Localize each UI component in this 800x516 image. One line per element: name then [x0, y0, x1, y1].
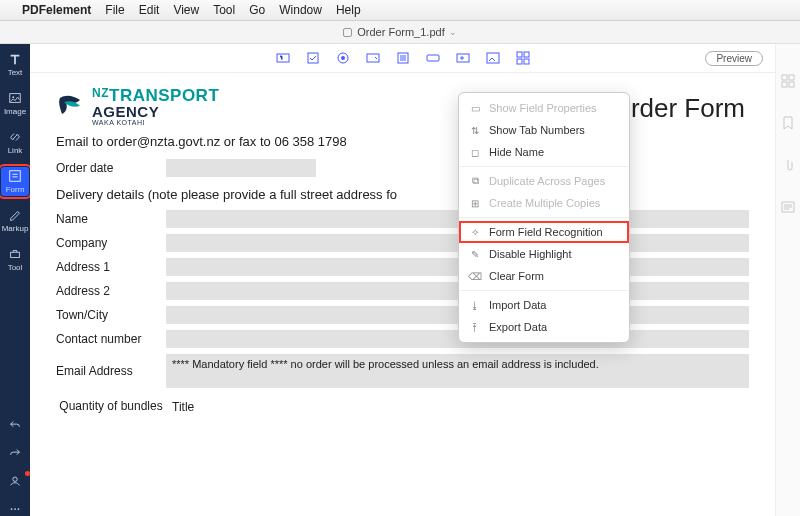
svg-rect-12 — [367, 54, 379, 62]
highlight-icon: ✎ — [469, 248, 481, 260]
main-area: Preview NZTRANSPORT AGENCY WAKA KOTAHI O… — [30, 44, 775, 516]
company-label: Company — [56, 236, 166, 250]
menu-view[interactable]: View — [173, 3, 199, 17]
user-icon — [8, 474, 22, 488]
qty-column-header: Quantity of bundles — [56, 400, 166, 414]
menu-export-data[interactable]: ⭱Export Data — [459, 316, 629, 338]
account-button[interactable] — [1, 472, 29, 490]
attachment-panel-icon[interactable] — [781, 158, 795, 172]
checkbox-tool-icon[interactable] — [305, 50, 321, 66]
address1-label: Address 1 — [56, 260, 166, 274]
svg-rect-18 — [524, 52, 529, 57]
page-title: Order Form — [611, 93, 745, 124]
svg-rect-2 — [10, 171, 21, 182]
textfield-tool-icon[interactable] — [275, 50, 291, 66]
name-label: Name — [56, 212, 166, 226]
svg-rect-19 — [517, 59, 522, 64]
form-toolbar: Preview — [30, 44, 775, 73]
mandatory-note: **** Mandatory field **** no order will … — [166, 354, 749, 374]
menu-import-data[interactable]: ⭳Import Data — [459, 294, 629, 316]
tool-link[interactable]: Link — [1, 128, 29, 157]
svg-rect-21 — [782, 75, 787, 80]
redo-button[interactable] — [1, 444, 29, 462]
chevron-down-icon[interactable]: ⌄ — [449, 27, 457, 37]
more-tools-icon[interactable] — [515, 50, 531, 66]
tool-image[interactable]: Image — [1, 89, 29, 118]
toolbox-icon — [8, 247, 22, 261]
radio-tool-icon[interactable] — [335, 50, 351, 66]
town-label: Town/City — [56, 308, 166, 322]
menu-tool[interactable]: Tool — [213, 3, 235, 17]
thumbnail-panel-icon[interactable] — [781, 74, 795, 88]
hide-icon: ◻ — [469, 146, 481, 158]
svg-rect-14 — [427, 55, 439, 61]
form-icon — [8, 169, 22, 183]
order-date-field[interactable] — [166, 159, 316, 177]
menu-edit[interactable]: Edit — [139, 3, 160, 17]
svg-rect-24 — [789, 82, 794, 87]
pdf-page: NZTRANSPORT AGENCY WAKA KOTAHI Order For… — [30, 73, 775, 516]
svg-rect-23 — [782, 82, 787, 87]
address2-label: Address 2 — [56, 284, 166, 298]
tool-form[interactable]: Form — [1, 167, 29, 196]
menu-window[interactable]: Window — [279, 3, 322, 17]
left-toolbar: Text Image Link Form Markup Tool — [0, 44, 30, 516]
document-icon — [343, 28, 352, 37]
properties-icon: ▭ — [469, 102, 481, 114]
bookmark-panel-icon[interactable] — [781, 116, 795, 130]
form-context-menu: ▭Show Field Properties ⇅Show Tab Numbers… — [458, 92, 630, 343]
tool-markup[interactable]: Markup — [1, 206, 29, 235]
contact-label: Contact number — [56, 332, 166, 346]
text-icon — [8, 52, 22, 66]
markup-icon — [8, 208, 22, 222]
svg-point-5 — [11, 508, 13, 510]
image-icon — [8, 91, 22, 105]
signature-tool-icon[interactable] — [455, 50, 471, 66]
link-icon — [8, 130, 22, 144]
menu-go[interactable]: Go — [249, 3, 265, 17]
image-field-tool-icon[interactable] — [485, 50, 501, 66]
menu-show-tab-numbers[interactable]: ⇅Show Tab Numbers — [459, 119, 629, 141]
menu-disable-highlight[interactable]: ✎Disable Highlight — [459, 243, 629, 265]
menu-file[interactable]: File — [105, 3, 124, 17]
menu-help[interactable]: Help — [336, 3, 361, 17]
svg-point-6 — [14, 508, 16, 510]
svg-rect-16 — [487, 53, 499, 63]
svg-point-11 — [341, 56, 345, 60]
right-rail — [775, 44, 800, 516]
menu-create-multiple-copies: ⊞Create Multiple Copies — [459, 192, 629, 214]
logo-mark-icon — [56, 94, 84, 120]
svg-rect-8 — [277, 54, 289, 62]
menu-hide-name[interactable]: ◻Hide Name — [459, 141, 629, 163]
menu-show-field-properties: ▭Show Field Properties — [459, 97, 629, 119]
tool-tool[interactable]: Tool — [1, 245, 29, 274]
clear-icon: ⌫ — [469, 270, 481, 282]
svg-rect-3 — [11, 252, 20, 257]
email-label: Email Address — [56, 354, 166, 378]
app-name[interactable]: PDFelement — [22, 3, 91, 17]
recognition-icon: ⟡ — [469, 226, 481, 238]
svg-point-1 — [12, 96, 14, 98]
tool-text[interactable]: Text — [1, 50, 29, 79]
dots-icon — [8, 502, 22, 516]
comments-panel-icon[interactable] — [781, 200, 795, 214]
email-field[interactable]: **** Mandatory field **** no order will … — [166, 354, 749, 388]
menu-duplicate-across-pages: ⧉Duplicate Across Pages — [459, 170, 629, 192]
svg-rect-9 — [308, 53, 318, 63]
delivery-heading: Delivery details (note please provide a … — [56, 187, 749, 202]
menu-form-field-recognition[interactable]: ⟡Form Field Recognition — [459, 221, 629, 243]
export-icon: ⭱ — [469, 321, 481, 333]
order-date-label: Order date — [56, 161, 166, 175]
svg-point-7 — [18, 508, 20, 510]
svg-rect-20 — [524, 59, 529, 64]
button-tool-icon[interactable] — [425, 50, 441, 66]
undo-button[interactable] — [1, 416, 29, 434]
preview-button[interactable]: Preview — [705, 51, 763, 66]
svg-rect-17 — [517, 52, 522, 57]
document-tab-strip: Order Form_1.pdf ⌄ — [0, 21, 800, 44]
document-filename[interactable]: Order Form_1.pdf — [357, 26, 444, 38]
dropdown-tool-icon[interactable] — [365, 50, 381, 66]
listbox-tool-icon[interactable] — [395, 50, 411, 66]
menu-clear-form[interactable]: ⌫Clear Form — [459, 265, 629, 287]
more-button[interactable] — [1, 500, 29, 516]
